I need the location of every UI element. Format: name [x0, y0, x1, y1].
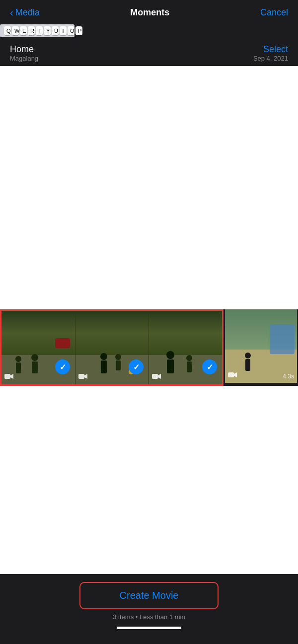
create-movie-label: Create Movie	[120, 590, 179, 601]
home-indicator	[117, 627, 181, 629]
items-info: 3 items • Less than 1 min	[113, 613, 185, 621]
back-button[interactable]: ‹ Media	[10, 7, 40, 18]
svg-marker-7	[234, 372, 237, 377]
back-label: Media	[15, 7, 40, 18]
key-i[interactable]: I	[60, 26, 67, 35]
video-icon-2	[78, 373, 87, 381]
create-movie-button[interactable]: Create Movie	[79, 582, 219, 609]
location-sub: Magalang	[10, 55, 38, 62]
thumbnail-3[interactable]: ✓	[149, 311, 222, 384]
location-name: Home	[10, 44, 38, 55]
video-icon-3	[152, 373, 161, 381]
chevron-left-icon: ‹	[10, 7, 13, 18]
svg-rect-4	[152, 374, 158, 379]
key-u[interactable]: U	[52, 26, 59, 35]
bottom-bar: Create Movie 3 items • Less than 1 min	[0, 574, 298, 644]
cancel-button[interactable]: Cancel	[260, 7, 288, 18]
duration-badge: 4.3s	[283, 373, 294, 380]
key-y[interactable]: Y	[44, 26, 51, 35]
key-q[interactable]: Q	[4, 26, 11, 35]
key-e[interactable]: E	[20, 26, 27, 35]
check-3[interactable]: ✓	[202, 359, 217, 374]
svg-rect-6	[228, 372, 234, 377]
keyboard-row: Q W E R T Y U I O P	[0, 23, 298, 39]
key-t[interactable]: T	[36, 26, 43, 35]
svg-rect-2	[78, 374, 84, 379]
svg-rect-0	[4, 374, 10, 379]
location-date: Sep 4, 2021	[253, 55, 288, 62]
check-1[interactable]: ✓	[55, 359, 70, 374]
selected-thumbnails: ✓	[0, 309, 224, 386]
location-header: Home Magalang Select Sep 4, 2021	[0, 39, 298, 66]
svg-marker-5	[158, 374, 161, 379]
video-icon-4	[228, 371, 237, 380]
svg-marker-1	[10, 374, 13, 379]
key-w[interactable]: W	[12, 26, 19, 35]
location-right: Select Sep 4, 2021	[253, 44, 288, 62]
check-2[interactable]: ✓	[129, 359, 144, 374]
svg-marker-3	[84, 374, 87, 379]
content-area	[0, 66, 298, 309]
header: ‹ Media Moments Cancel	[0, 0, 298, 23]
thumbnail-1[interactable]: ✓	[1, 311, 75, 384]
select-button[interactable]: Select	[253, 44, 288, 55]
page-title: Moments	[130, 7, 169, 18]
key-r[interactable]: R	[28, 26, 35, 35]
location-info: Home Magalang	[10, 44, 38, 62]
key-p[interactable]: P	[75, 26, 82, 35]
thumbnail-2[interactable]: ✓	[75, 311, 149, 384]
bottom-spacer	[0, 386, 298, 574]
thumbnail-4[interactable]: 4.3s	[224, 309, 297, 383]
video-icon-1	[4, 373, 13, 381]
key-o[interactable]: O	[68, 26, 74, 35]
keyboard-keys: Q W E R T Y U I O P	[0, 24, 74, 37]
thumbnail-section: ✓	[0, 309, 298, 386]
